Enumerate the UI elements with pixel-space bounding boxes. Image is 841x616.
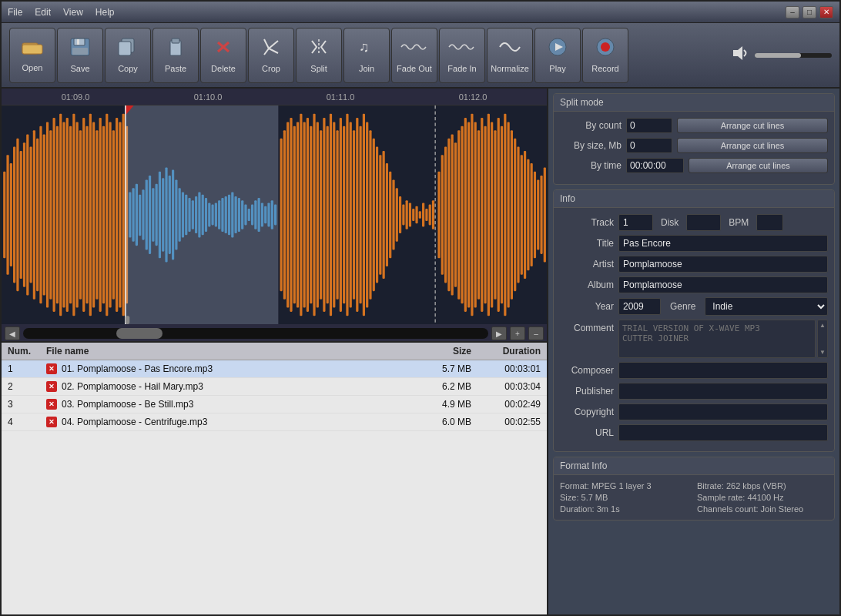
split-count-input[interactable] bbox=[626, 118, 672, 133]
file-row-1[interactable]: 1 ✕ 01. Pomplamoose - Pas Encore.mp3 5.7… bbox=[2, 360, 547, 378]
file-num-3: 3 bbox=[8, 399, 46, 410]
menu-help[interactable]: Help bbox=[95, 7, 115, 18]
scroll-track[interactable] bbox=[23, 328, 488, 339]
maximize-button[interactable]: □ bbox=[802, 6, 816, 18]
file-row-3[interactable]: 3 ✕ 03. Pomplamoose - Be Still.mp3 4.9 M… bbox=[2, 396, 547, 413]
svg-rect-4 bbox=[72, 48, 88, 55]
fade-in-button[interactable]: Fade In bbox=[439, 28, 485, 83]
svg-rect-132 bbox=[366, 122, 368, 307]
waveform-container: 01:09.0 01:10.0 01:11.0 01:12.0 bbox=[2, 89, 547, 343]
menu-edit[interactable]: Edit bbox=[35, 7, 51, 18]
minimize-button[interactable]: – bbox=[786, 6, 799, 18]
svg-rect-158 bbox=[454, 142, 457, 287]
record-button[interactable]: Record bbox=[582, 28, 628, 83]
arrange-size-button[interactable]: Arrange cut lines bbox=[677, 138, 828, 153]
arrange-count-button[interactable]: Arrange cut lines bbox=[677, 118, 828, 133]
svg-marker-18 bbox=[733, 46, 742, 60]
svg-rect-172 bbox=[501, 126, 503, 303]
svg-rect-62 bbox=[139, 195, 141, 236]
open-button[interactable]: Open bbox=[9, 28, 55, 83]
scroll-left-button[interactable]: ◀ bbox=[5, 326, 20, 340]
paste-button[interactable]: Paste bbox=[152, 28, 199, 83]
delete-file-4-icon[interactable]: ✕ bbox=[46, 417, 57, 427]
zoom-minus-button[interactable]: – bbox=[528, 326, 544, 340]
menu-view[interactable]: View bbox=[63, 7, 83, 18]
volume-slider[interactable] bbox=[755, 53, 832, 58]
url-input[interactable] bbox=[618, 424, 828, 441]
svg-rect-7 bbox=[119, 42, 131, 55]
album-input[interactable] bbox=[618, 276, 828, 293]
track-input[interactable] bbox=[618, 214, 653, 231]
scroll-thumb bbox=[116, 328, 163, 339]
fade-out-button[interactable]: Fade Out bbox=[391, 28, 437, 83]
arrange-time-button[interactable]: Arrange cut lines bbox=[689, 158, 828, 173]
info-section: Info Track Disk BPM Title bbox=[553, 189, 835, 452]
year-input[interactable] bbox=[618, 298, 661, 315]
waveform-area[interactable] bbox=[2, 105, 547, 324]
publisher-input[interactable] bbox=[618, 383, 828, 400]
svg-rect-48 bbox=[95, 130, 98, 300]
file-row-4[interactable]: 4 ✕ 04. Pomplamoose - Centrifuge.mp3 6.0… bbox=[2, 413, 547, 431]
disk-input[interactable] bbox=[686, 214, 721, 231]
delete-file-3-icon[interactable]: ✕ bbox=[46, 399, 57, 410]
menu-bar: File Edit View Help bbox=[8, 7, 115, 18]
waveform-svg bbox=[2, 105, 547, 324]
svg-rect-142 bbox=[399, 196, 401, 233]
svg-rect-41 bbox=[72, 114, 75, 316]
title-input[interactable] bbox=[618, 235, 828, 252]
svg-rect-68 bbox=[159, 172, 161, 259]
file-num-4: 4 bbox=[8, 417, 46, 427]
file-name-2: ✕ 02. Pomplamoose - Hail Mary.mp3 bbox=[46, 381, 410, 392]
normalize-button[interactable]: Normalize bbox=[487, 28, 533, 83]
svg-rect-77 bbox=[188, 198, 190, 232]
split-size-input[interactable] bbox=[626, 138, 672, 153]
svg-rect-33 bbox=[46, 122, 49, 307]
svg-rect-70 bbox=[165, 167, 167, 262]
comment-label: Comment bbox=[560, 320, 614, 333]
comment-scroll-area: ▲ ▼ bbox=[618, 320, 828, 358]
svg-rect-55 bbox=[119, 122, 121, 307]
artist-input[interactable] bbox=[618, 256, 828, 273]
svg-rect-125 bbox=[343, 126, 345, 303]
copy-button[interactable]: Copy bbox=[105, 28, 151, 83]
composer-input[interactable] bbox=[618, 362, 828, 379]
copyright-input[interactable] bbox=[618, 403, 828, 420]
delete-button[interactable]: Delete bbox=[200, 28, 246, 83]
scroll-right-button[interactable]: ▶ bbox=[491, 326, 507, 340]
menu-file[interactable]: File bbox=[8, 7, 22, 18]
split-label: Split bbox=[310, 64, 327, 73]
svg-rect-124 bbox=[340, 118, 342, 312]
split-icon bbox=[309, 38, 329, 61]
scroll-down-arrow[interactable]: ▼ bbox=[819, 349, 826, 356]
svg-rect-177 bbox=[517, 147, 519, 283]
info-title: Info bbox=[554, 190, 834, 208]
svg-rect-96 bbox=[251, 205, 253, 226]
volume-icon bbox=[730, 44, 750, 66]
scroll-up-arrow[interactable]: ▲ bbox=[819, 322, 826, 329]
crop-button[interactable]: Crop bbox=[248, 28, 294, 83]
bpm-input[interactable] bbox=[756, 214, 783, 231]
close-button[interactable]: ✕ bbox=[819, 6, 833, 18]
svg-rect-83 bbox=[208, 203, 210, 226]
delete-file-2-icon[interactable]: ✕ bbox=[46, 381, 57, 392]
save-button[interactable]: Save bbox=[57, 28, 103, 83]
svg-rect-163 bbox=[471, 114, 473, 316]
track-label: Track bbox=[560, 217, 614, 228]
play-icon bbox=[548, 38, 568, 61]
comment-textarea[interactable] bbox=[618, 320, 816, 358]
svg-rect-32 bbox=[43, 135, 45, 296]
svg-rect-167 bbox=[484, 126, 486, 303]
play-button[interactable]: Play bbox=[534, 28, 581, 83]
split-time-input[interactable] bbox=[626, 158, 684, 173]
file-row-2[interactable]: 2 ✕ 02. Pomplamoose - Hail Mary.mp3 6.2 … bbox=[2, 378, 547, 396]
svg-rect-22 bbox=[10, 163, 12, 266]
delete-file-1-icon[interactable]: ✕ bbox=[46, 363, 57, 374]
zoom-plus-button[interactable]: + bbox=[510, 326, 525, 340]
join-button[interactable]: ♫ Join bbox=[343, 28, 390, 83]
svg-rect-140 bbox=[392, 179, 394, 249]
info-row-composer: Composer bbox=[560, 362, 828, 379]
split-button[interactable]: Split bbox=[296, 28, 342, 83]
join-icon: ♫ bbox=[357, 38, 377, 61]
svg-rect-128 bbox=[353, 130, 355, 300]
genre-select[interactable]: Indie Rock Pop Jazz Classical bbox=[705, 297, 828, 316]
